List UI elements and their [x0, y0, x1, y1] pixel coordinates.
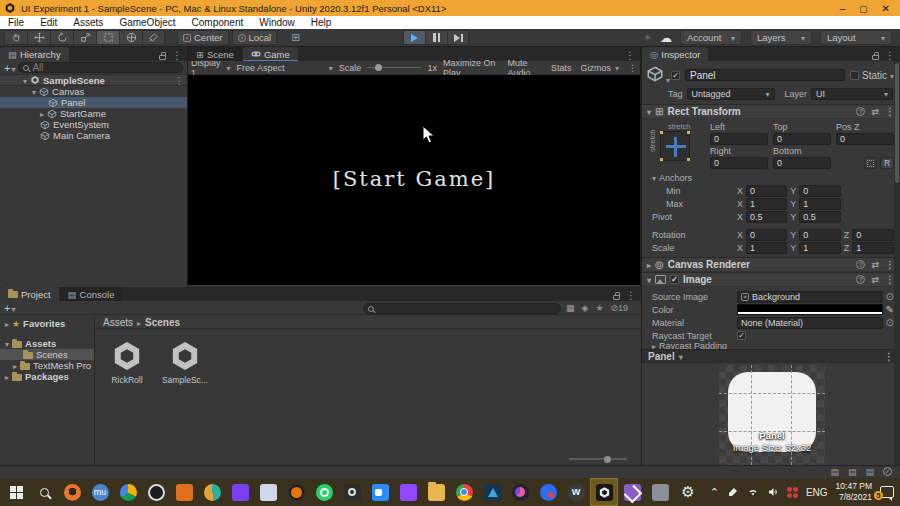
foldout-closed-icon[interactable]	[652, 342, 656, 349]
hierarchy-item-startgame[interactable]: StartGame	[0, 108, 187, 119]
app-wattpad[interactable]: W	[562, 478, 590, 506]
account-dropdown[interactable]: Account	[680, 30, 742, 45]
inspector-scrollbar[interactable]	[894, 61, 900, 465]
scale-tool-icon[interactable]	[73, 30, 96, 45]
menu-file[interactable]: File	[8, 17, 24, 28]
slider-thumb[interactable]	[604, 456, 611, 463]
save-search-icon[interactable]	[595, 303, 603, 313]
menu-window[interactable]: Window	[259, 17, 295, 28]
kebab-menu-icon[interactable]	[885, 50, 895, 61]
hierarchy-item-maincamera[interactable]: Main Camera	[0, 130, 187, 141]
rotate-tool-icon[interactable]	[50, 30, 73, 45]
rotation-x-field[interactable]: 0	[746, 229, 787, 241]
tray-expand-icon[interactable]	[710, 486, 719, 499]
app-google-drive[interactable]	[114, 478, 142, 506]
app-paint[interactable]	[198, 478, 226, 506]
asset-rickroll[interactable]: RickRoll	[103, 339, 151, 385]
canvas-renderer-header[interactable]: Canvas Renderer	[642, 257, 900, 272]
material-field[interactable]: None (Material)	[737, 317, 883, 329]
start-button[interactable]	[2, 478, 30, 506]
source-image-field[interactable]: ✶ Background	[737, 291, 883, 303]
coord-local-button[interactable]: Local	[232, 30, 278, 45]
tag-dropdown[interactable]: Untagged	[687, 88, 775, 100]
app-blender[interactable]	[282, 478, 310, 506]
app-file-explorer[interactable]	[422, 478, 450, 506]
app-zoom[interactable]	[366, 478, 394, 506]
tree-item-favorites[interactable]: Favorites	[0, 318, 94, 329]
max-y-field[interactable]: 1	[799, 198, 840, 210]
foldout-open-icon[interactable]	[23, 75, 27, 86]
app-orange-game[interactable]	[170, 478, 198, 506]
scale-y-field[interactable]: 1	[799, 242, 840, 254]
raycast-target-checkbox[interactable]	[737, 331, 746, 340]
kebab-menu-icon[interactable]	[172, 50, 182, 61]
taskbar-clock[interactable]: 10:47 PM 7/8/2021	[836, 481, 872, 502]
app-visual-studio[interactable]	[618, 478, 646, 506]
transform-tool-icon[interactable]	[119, 30, 142, 45]
foldout-open-icon[interactable]	[32, 86, 36, 97]
right-field[interactable]: 0	[710, 157, 768, 169]
rect-transform-header[interactable]: Rect Transform	[642, 104, 900, 119]
project-search-input[interactable]	[363, 303, 561, 314]
app-photos[interactable]	[646, 478, 674, 506]
foldout-open-icon[interactable]	[647, 274, 651, 285]
eyedropper-icon[interactable]	[886, 304, 894, 315]
layers-dropdown[interactable]: Layers	[750, 30, 812, 45]
foldout-open-icon[interactable]	[647, 106, 651, 117]
tab-scene[interactable]: Scene	[188, 47, 242, 61]
app-whatsapp[interactable]	[310, 478, 338, 506]
tree-item-scenes[interactable]: Scenes	[0, 349, 94, 360]
asset-samplescene[interactable]: SampleSc...	[161, 339, 209, 385]
aspect-dropdown[interactable]: Free Aspect	[236, 63, 332, 73]
foldout-closed-icon[interactable]	[13, 360, 17, 371]
grid-snap-icon[interactable]	[291, 31, 300, 44]
app-notes[interactable]	[254, 478, 282, 506]
app-affinity-designer[interactable]	[226, 478, 254, 506]
min-y-field[interactable]: 0	[799, 185, 840, 197]
left-field[interactable]: 0	[710, 133, 768, 145]
hierarchy-search-input[interactable]: All	[18, 62, 183, 73]
foldout-closed-icon[interactable]	[5, 318, 9, 329]
progress-check-icon[interactable]	[883, 467, 892, 476]
foldout-closed-icon[interactable]	[5, 371, 9, 382]
help-icon[interactable]	[856, 275, 865, 284]
lock-icon[interactable]	[159, 55, 166, 60]
menu-assets[interactable]: Assets	[73, 17, 103, 28]
tab-game[interactable]: Game	[243, 47, 298, 61]
app-chrome[interactable]	[450, 478, 478, 506]
close-icon[interactable]	[882, 3, 890, 14]
bottom-field[interactable]: 0	[773, 157, 831, 169]
restore-icon[interactable]	[859, 3, 868, 14]
scale-x-field[interactable]: 1	[746, 242, 787, 254]
console-warning-icon[interactable]	[848, 467, 857, 477]
scale-slider[interactable]	[367, 67, 421, 68]
hierarchy-item-panel[interactable]: Panel	[0, 97, 187, 108]
kebab-menu-icon[interactable]	[628, 63, 637, 73]
menu-gameobject[interactable]: GameObject	[119, 17, 175, 28]
menu-edit[interactable]: Edit	[40, 17, 57, 28]
layout-dropdown[interactable]: Layout	[820, 30, 892, 45]
move-tool-icon[interactable]	[27, 30, 50, 45]
help-icon[interactable]	[856, 107, 865, 116]
app-headset[interactable]	[58, 478, 86, 506]
hierarchy-item-eventsystem[interactable]: EventSystem	[0, 119, 187, 130]
help-icon[interactable]	[856, 260, 865, 269]
create-asset-button[interactable]: +	[4, 302, 15, 314]
app-obs[interactable]	[142, 478, 170, 506]
scrollbar-thumb[interactable]	[895, 63, 899, 183]
start-game-text[interactable]: [Start Game]	[333, 167, 496, 191]
notification-center-icon[interactable]: 5	[880, 486, 894, 498]
tree-item-textmeshpro[interactable]: TextMesh Pro	[0, 360, 94, 371]
rotation-z-field[interactable]: 0	[852, 229, 894, 241]
hierarchy-item-canvas[interactable]: Canvas	[0, 86, 187, 97]
lock-icon[interactable]	[613, 295, 620, 300]
active-checkbox[interactable]	[671, 71, 680, 80]
app-pink-swirl[interactable]	[506, 478, 534, 506]
rect-tool-icon[interactable]	[96, 30, 119, 45]
hidden-packages-toggle[interactable]: 19	[611, 303, 629, 313]
console-info-icon[interactable]	[830, 467, 839, 477]
rotation-y-field[interactable]: 0	[799, 229, 840, 241]
object-picker-icon[interactable]	[886, 291, 894, 302]
breadcrumb-scenes[interactable]: Scenes	[145, 317, 180, 328]
menu-component[interactable]: Component	[192, 17, 244, 28]
